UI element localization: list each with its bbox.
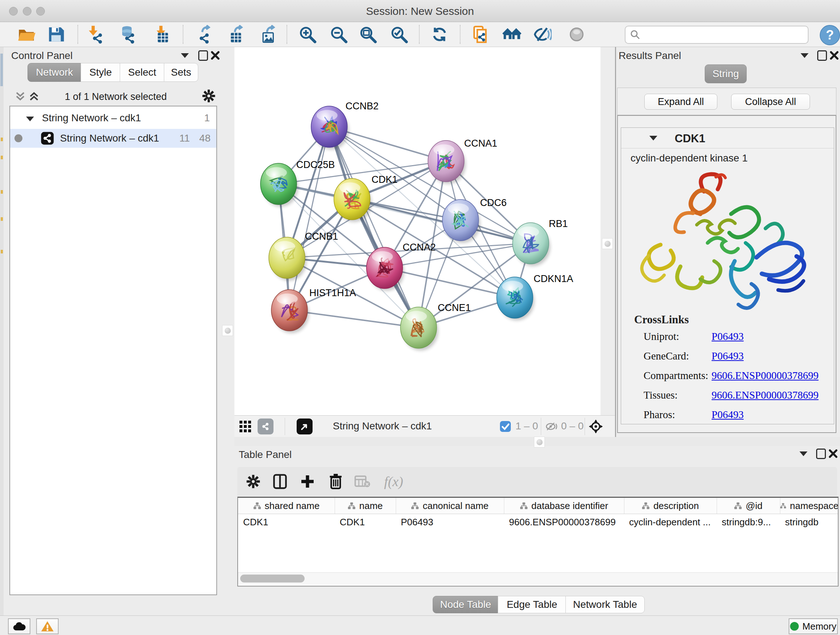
network-node-HIST1H1A[interactable]: HIST1H1A: [271, 287, 356, 333]
left-splitter-handle[interactable]: [222, 325, 233, 336]
show-columns-icon[interactable]: [271, 472, 289, 491]
table-cell[interactable]: cyclin-dependent ...: [624, 514, 717, 530]
cloud-status-button[interactable]: [8, 618, 30, 634]
table-cell[interactable]: P06493: [396, 514, 504, 530]
results-panel-close-icon[interactable]: [828, 49, 840, 62]
toolbar-separator: [183, 25, 183, 44]
table-cell[interactable]: 9606.ENSP00000378699: [504, 514, 624, 530]
column-header-description[interactable]: description: [624, 498, 717, 514]
crosslink-value-link[interactable]: 9606.ENSP00000378699: [712, 370, 819, 382]
control-panel-close-icon[interactable]: [209, 49, 221, 62]
tab-sets[interactable]: Sets: [164, 63, 198, 82]
crosslink-value-link[interactable]: P06493: [712, 350, 744, 362]
network-view-canvas[interactable]: CCNB2CCNA1CDC25BCDK1CDC6RB1CCNB1CCNA2CDK…: [234, 47, 600, 415]
network-node-CDC6[interactable]: CDC6: [442, 197, 507, 243]
network-node-RB1[interactable]: RB1: [513, 218, 568, 266]
table-panel-close-icon[interactable]: [827, 448, 839, 460]
help-button[interactable]: ?: [820, 25, 840, 45]
presentation-button[interactable]: [567, 24, 587, 44]
tab-edge-table[interactable]: Edge Table: [498, 596, 566, 613]
warning-icon: [41, 621, 54, 632]
crosslink-value-link[interactable]: 9606.ENSP00000378699: [712, 389, 819, 401]
protein-collapse-icon[interactable]: [649, 136, 657, 141]
table-panel-float-icon[interactable]: [815, 448, 827, 460]
table-cell[interactable]: stringdb: [780, 514, 838, 530]
collection-expand-icon[interactable]: [26, 112, 34, 124]
control-panel-float-icon[interactable]: [197, 49, 209, 62]
crosslink-value-link[interactable]: P06493: [712, 331, 744, 342]
column-header-database-identifier[interactable]: database identifier: [504, 498, 624, 514]
tab-string[interactable]: String: [705, 65, 747, 83]
string-home-button[interactable]: [502, 24, 522, 44]
table-row[interactable]: CDK1CDK1P064939606.ENSP00000378699cyclin…: [238, 514, 838, 530]
import-table-button[interactable]: [152, 24, 172, 44]
zoom-out-button[interactable]: [328, 24, 349, 44]
refresh-button[interactable]: [429, 24, 450, 44]
open-session-button[interactable]: [17, 24, 37, 44]
results-panel-float-icon[interactable]: [816, 49, 828, 62]
import-database-button[interactable]: [118, 24, 138, 44]
column-header--id[interactable]: @id: [717, 498, 780, 514]
search-box: [625, 26, 808, 44]
zoom-selected-button[interactable]: [389, 24, 409, 44]
scrollbar-thumb[interactable]: [240, 575, 305, 583]
table-settings-gear-icon[interactable]: [244, 472, 263, 491]
expand-all-button[interactable]: Expand All: [644, 94, 717, 110]
right-splitter-handle[interactable]: [602, 238, 613, 249]
table-cell[interactable]: stringdb:9...: [717, 514, 780, 530]
network-collection-row[interactable]: String Network – cdk1 1: [10, 109, 216, 127]
network-node-CDK1[interactable]: CDK1: [334, 174, 398, 222]
column-header-namespace[interactable]: namespace: [780, 498, 838, 514]
share-network-icon[interactable]: [257, 418, 273, 434]
column-header-shared-name[interactable]: shared name: [238, 498, 335, 514]
zoom-fit-button[interactable]: [358, 24, 378, 44]
tab-style[interactable]: Style: [81, 63, 120, 82]
tab-node-table[interactable]: Node Table: [433, 596, 499, 613]
network-options-gear-icon[interactable]: [201, 88, 216, 103]
selected-nodes-checkbox-icon[interactable]: [500, 421, 511, 432]
save-session-button[interactable]: [46, 24, 66, 44]
collapse-all-chevron-icon[interactable]: [14, 90, 27, 103]
clone-network-button[interactable]: [470, 24, 491, 44]
export-image-button[interactable]: [257, 24, 277, 44]
tab-select[interactable]: Select: [120, 63, 164, 82]
table-panel: Table Panel f(x) shared namenam: [234, 446, 840, 597]
network-node-CCNE1[interactable]: CCNE1: [401, 302, 471, 350]
network-node-CDKN1A[interactable]: CDKN1A: [497, 273, 573, 320]
title-bar: Session: New Session: [0, 0, 840, 22]
warnings-button[interactable]: [36, 618, 58, 634]
table-horizontal-scrollbar[interactable]: [238, 572, 838, 585]
memory-button[interactable]: Memory: [789, 618, 838, 634]
protein-header-row[interactable]: CDK1: [621, 128, 834, 149]
results-panel-collapse-icon[interactable]: [798, 49, 811, 62]
network-node-CCNB2[interactable]: CCNB2: [311, 101, 379, 149]
add-column-icon[interactable]: [298, 472, 317, 491]
import-network-button[interactable]: [85, 24, 106, 44]
hide-panels-button[interactable]: [532, 24, 553, 44]
protein-card: CDK1 cyclin-dependent kinase 1: [621, 127, 834, 424]
fit-selected-crosshair-icon[interactable]: [588, 419, 603, 434]
protein-name: CDK1: [675, 132, 705, 145]
collapse-all-button[interactable]: Collapse All: [731, 94, 810, 110]
export-network-button[interactable]: [192, 24, 212, 44]
table-cell[interactable]: CDK1: [238, 514, 335, 530]
column-header-canonical-name[interactable]: canonical name: [396, 498, 504, 514]
export-table-button[interactable]: [225, 24, 245, 44]
hidden-items-eye-icon: [545, 421, 558, 432]
table-panel-collapse-icon[interactable]: [797, 448, 810, 460]
crosslink-value-link[interactable]: P06493: [712, 409, 744, 421]
results-actions-card: Expand All Collapse All: [617, 88, 836, 115]
birdseye-toggle-icon[interactable]: [297, 418, 313, 434]
tab-network[interactable]: Network: [27, 63, 81, 82]
expand-all-chevron-icon[interactable]: [27, 90, 41, 103]
table-cell[interactable]: CDK1: [335, 514, 396, 530]
search-input[interactable]: [644, 27, 805, 41]
control-panel-collapse-icon[interactable]: [179, 49, 191, 62]
grid-view-icon[interactable]: [237, 418, 253, 434]
tab-network-table[interactable]: Network Table: [565, 596, 645, 613]
zoom-in-button[interactable]: [297, 24, 317, 44]
crosslink-label: Tissues:: [644, 389, 712, 401]
network-row[interactable]: String Network – cdk1 11 48: [10, 129, 216, 148]
delete-column-trash-icon[interactable]: [326, 472, 345, 491]
column-header-name[interactable]: name: [335, 498, 396, 514]
